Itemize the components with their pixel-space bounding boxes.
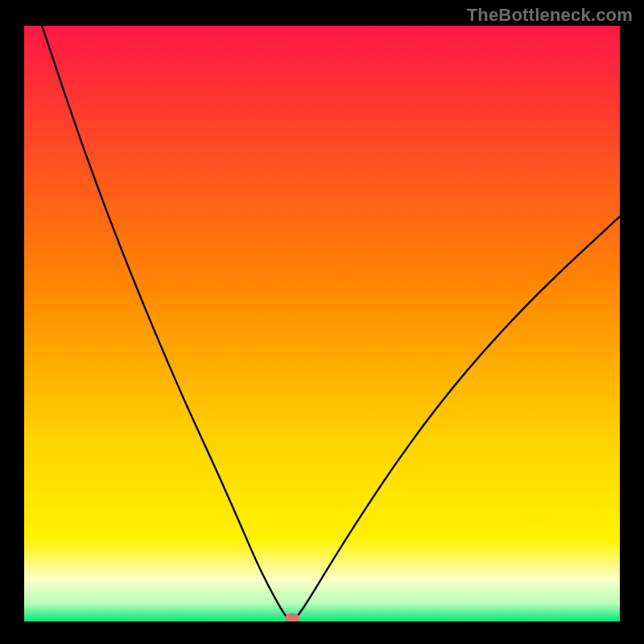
gradient-background (24, 26, 620, 621)
plot-svg (24, 26, 620, 621)
plot-area (24, 26, 620, 621)
watermark-text: TheBottleneck.com (467, 5, 633, 26)
chart-frame: TheBottleneck.com (0, 0, 644, 644)
